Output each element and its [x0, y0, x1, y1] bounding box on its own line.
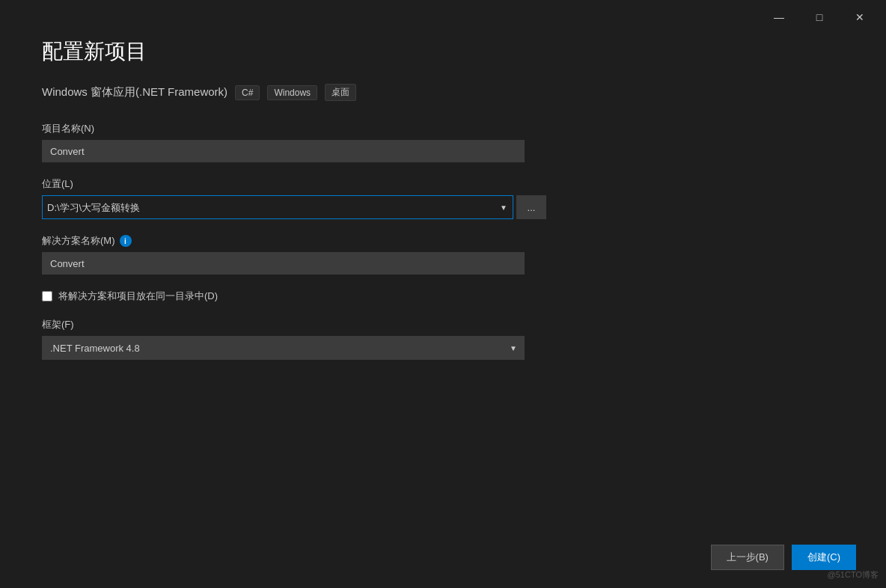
location-select[interactable]: D:\学习\大写金额转换 [42, 195, 513, 219]
info-icon: i [120, 235, 132, 247]
subtitle-text: Windows 窗体应用(.NET Framework) [42, 85, 227, 99]
footer: 上一步(B) 创建(C) [711, 545, 856, 570]
same-directory-row: 将解决方案和项目放在同一目录中(D) [42, 290, 844, 303]
create-button[interactable]: 创建(C) [792, 545, 856, 570]
close-button[interactable]: ✕ [843, 6, 877, 28]
project-name-section: 项目名称(N) [42, 122, 844, 162]
minimize-button[interactable]: — [762, 6, 796, 28]
title-bar: — □ ✕ [753, 0, 886, 34]
location-row: D:\学习\大写金额转换 ▼ ... [42, 195, 844, 219]
framework-select[interactable]: .NET Framework 4.8.NET Framework 4.7.2.N… [42, 336, 525, 360]
page-title: 配置新项目 [42, 37, 844, 66]
framework-section: 框架(F) .NET Framework 4.8.NET Framework 4… [42, 318, 844, 360]
location-dropdown-wrapper: D:\学习\大写金额转换 ▼ [42, 195, 513, 219]
location-section: 位置(L) D:\学习\大写金额转换 ▼ ... [42, 177, 844, 219]
back-button[interactable]: 上一步(B) [711, 545, 784, 570]
location-label: 位置(L) [42, 177, 844, 191]
solution-name-label: 解决方案名称(M) i [42, 234, 844, 248]
solution-name-input[interactable] [42, 252, 525, 275]
browse-button[interactable]: ... [516, 195, 546, 219]
same-directory-label: 将解决方案和项目放在同一目录中(D) [58, 290, 218, 303]
subtitle-row: Windows 窗体应用(.NET Framework) C# Windows … [42, 84, 844, 101]
main-content: 配置新项目 Windows 窗体应用(.NET Framework) C# Wi… [0, 0, 886, 405]
tag-csharp: C# [235, 85, 260, 100]
tag-windows: Windows [267, 85, 317, 100]
tag-desktop: 桌面 [325, 84, 356, 101]
framework-label: 框架(F) [42, 318, 844, 331]
solution-name-section: 解决方案名称(M) i [42, 234, 844, 275]
project-name-label: 项目名称(N) [42, 122, 844, 135]
maximize-button[interactable]: □ [802, 6, 837, 28]
watermark: @51CTO博客 [828, 569, 879, 581]
project-name-input[interactable] [42, 140, 525, 162]
framework-select-wrapper: .NET Framework 4.8.NET Framework 4.7.2.N… [42, 336, 525, 360]
same-directory-checkbox[interactable] [42, 291, 52, 301]
